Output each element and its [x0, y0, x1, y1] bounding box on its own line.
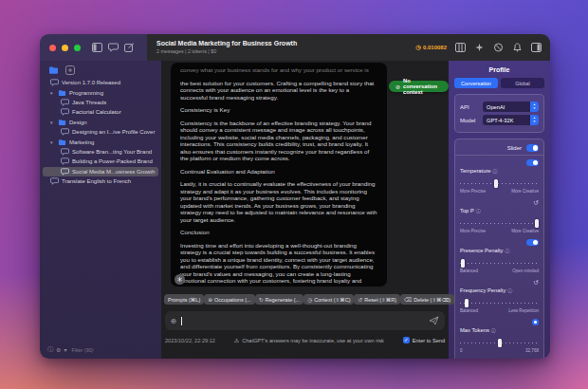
prompts-button[interactable]: Prompts (⌘L): [164, 294, 204, 305]
desktop-background: Social Media Marketing for Business Grow…: [0, 0, 588, 389]
max-tokens-toggle[interactable]: [532, 319, 539, 325]
slider-thumb[interactable]: [465, 299, 469, 307]
regenerate-button[interactable]: ↻ Regenerate (...: [255, 294, 304, 305]
sidebar-toggle-icon[interactable]: [92, 43, 102, 52]
warning-icon: ⚠: [234, 337, 239, 343]
gear-icon[interactable]: ⚙: [56, 346, 61, 353]
restore-defaults-button[interactable]: ↺ Restore Defaults: [484, 359, 539, 360]
sidebar-folder-programming[interactable]: ▾ Programming: [43, 87, 158, 97]
clock-icon: ◷: [307, 297, 312, 303]
slider-label: Max Tokens: [460, 327, 489, 333]
api-model-card: API OpenAI ▴▾ Model GPT-4-32K ▴▾: [454, 94, 544, 133]
slider-thumb[interactable]: [535, 219, 539, 228]
attach-plus-icon[interactable]: ⊕: [171, 317, 176, 325]
chat-area: ⊘ No conversation context ♡ convey what …: [161, 61, 449, 359]
frequency-penalty-slider[interactable]: [460, 299, 539, 307]
slider-mode-label: Slider: [507, 145, 522, 151]
reset-icon[interactable]: ↺: [534, 199, 539, 206]
no-context-badge: ⊘ No conversation context: [389, 81, 449, 92]
sidebar-item-version-released[interactable]: Version 1.7.0 Released: [43, 78, 158, 87]
context-button[interactable]: ◷ Context (⇧⌘C): [303, 294, 354, 305]
titlebar: Social Media Marketing for Business Grow…: [40, 34, 550, 61]
temperature-slider[interactable]: [460, 179, 539, 188]
profile-tabs: Conversation Global: [454, 78, 544, 88]
model-row: Model GPT-4-32K ▴▾: [460, 115, 539, 125]
close-window-button[interactable]: [49, 45, 56, 51]
chevron-down-icon[interactable]: ▾: [50, 90, 55, 96]
chevron-down-icon[interactable]: ▾: [50, 139, 55, 145]
sidebar-item-translate-french[interactable]: Translate English to French: [43, 176, 158, 186]
info-icon[interactable]: ⓘ: [493, 168, 498, 174]
filter-label: Filter (90): [71, 347, 93, 353]
presence-penalty-slider[interactable]: [460, 259, 539, 268]
chat-icon: [61, 168, 69, 176]
new-chat-icon[interactable]: [65, 65, 75, 75]
slider-thumb[interactable]: [461, 259, 465, 268]
assistant-message-bubble: convey what your business stands for and…: [171, 63, 387, 287]
chevron-down-icon[interactable]: ▾: [50, 120, 55, 125]
minimize-window-button[interactable]: [62, 45, 68, 51]
slider-mode-row: Slider: [460, 144, 539, 152]
slider-thumb[interactable]: [498, 339, 502, 347]
enter-to-send-option[interactable]: ✓ Enter to Send: [403, 337, 445, 343]
delete-button[interactable]: ⌫ Delete (⇧⌘⌫): [400, 294, 454, 305]
reset-button[interactable]: ↺ Reset (⇧⌘R): [354, 294, 400, 305]
api-value: OpenAI: [483, 104, 530, 110]
sidebar-item-profile-cover[interactable]: Designing an I...ive Profile Cover: [43, 127, 158, 137]
sidebar-footer: ⓘ ⚙ ▾ Filter (90): [47, 345, 93, 354]
occupations-button[interactable]: ⊕ Occupations (...: [204, 294, 254, 305]
status-bar: 2023/10/22, 22:29:12 ⚠ ChatGPT's answers…: [165, 337, 445, 343]
sidebar-item-software-branding[interactable]: Software Bran...ting Your Brand: [43, 147, 158, 157]
message-heading: Conclusion: [180, 229, 377, 236]
slash-circle-icon[interactable]: [493, 43, 504, 52]
sparkle-icon[interactable]: [474, 43, 485, 52]
chat-icon: [61, 157, 69, 165]
info-icon[interactable]: ⓘ: [476, 208, 481, 213]
slider-thumb[interactable]: [494, 179, 498, 188]
enter-to-send-checkbox[interactable]: ✓: [403, 337, 410, 343]
max-tokens-slider[interactable]: [460, 339, 539, 347]
temperature-toggle[interactable]: [526, 159, 539, 167]
info-icon[interactable]: ⓘ: [491, 327, 496, 333]
top-p-slider[interactable]: [460, 219, 539, 228]
sidebar-item-power-packed-brand[interactable]: Building a Power-Packed Brand: [43, 157, 158, 166]
message-input[interactable]: ⊕: [165, 311, 445, 330]
info-icon[interactable]: ⓘ: [505, 248, 509, 253]
conversation-list: Version 1.7.0 Released ▾ Programming Jav…: [40, 78, 161, 186]
item-label: Marketing: [69, 139, 94, 145]
info-icon[interactable]: ⓘ: [507, 287, 512, 293]
slider-max-label: More Creative: [511, 189, 539, 194]
columns-layout-icon[interactable]: [455, 43, 466, 52]
refresh-icon: ↻: [259, 297, 264, 303]
tab-global[interactable]: Global: [501, 78, 544, 88]
api-dropdown[interactable]: OpenAI ▴▾: [483, 102, 539, 112]
reset-icon[interactable]: ↺: [534, 279, 539, 286]
conversation-sidebar: Version 1.7.0 Released ▾ Programming Jav…: [40, 61, 161, 359]
send-button[interactable]: [429, 316, 439, 325]
chevron-down-icon[interactable]: ▾: [64, 346, 66, 353]
sidebar-folder-marketing[interactable]: ▾ Marketing: [43, 137, 158, 146]
cost-value: 0.010082: [423, 45, 447, 50]
chat-icon: [50, 79, 59, 86]
sliders-card: Slider Temperatureⓘ: [454, 139, 544, 359]
sidebar-item-java-threads[interactable]: Java Threads: [43, 98, 158, 107]
new-folder-icon[interactable]: [48, 65, 59, 75]
right-panel-toggle-icon[interactable]: [531, 43, 542, 52]
slider-mode-toggle[interactable]: [526, 144, 539, 152]
chat-bubble-icon[interactable]: [108, 43, 119, 52]
clock-icon: ◷: [415, 44, 421, 51]
tab-conversation[interactable]: Conversation: [454, 78, 498, 88]
bell-icon[interactable]: [512, 43, 523, 52]
temperature-slider-block: Temperatureⓘ More Precise More Creative: [460, 159, 539, 194]
slider-label: Frequency Penalty: [460, 287, 505, 293]
disclaimer: ⚠ ChatGPT's answers may be inaccurate, u…: [215, 337, 403, 343]
info-icon[interactable]: ⓘ: [47, 345, 53, 354]
item-label: Software Bran...ting Your Brand: [72, 149, 152, 155]
sidebar-item-factorial-calculator[interactable]: Factorial Calculator: [43, 107, 158, 117]
sidebar-item-social-media-growth[interactable]: Social Media M...usiness Growth: [43, 167, 158, 176]
compose-icon[interactable]: [124, 43, 135, 52]
model-dropdown[interactable]: GPT-4-32K ▴▾: [483, 115, 539, 125]
zoom-window-button[interactable]: [74, 45, 81, 51]
sidebar-folder-design[interactable]: ▾ Design: [43, 118, 158, 127]
presence-penalty-toggle[interactable]: [526, 239, 539, 247]
